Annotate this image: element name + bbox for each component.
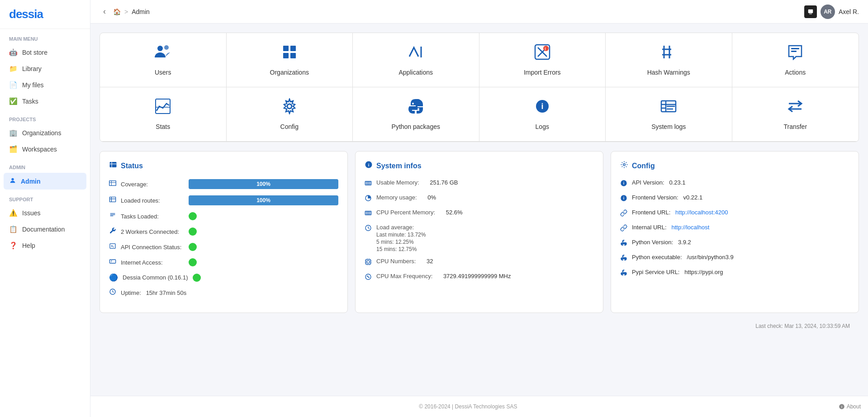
system-infos-icon: i: [365, 161, 373, 171]
svg-rect-6: [290, 46, 296, 51]
issues-icon: ⚠️: [9, 209, 18, 217]
my-files-icon: 📄: [9, 81, 18, 89]
documentation-icon: 📋: [9, 225, 18, 233]
card-stats-label: Stats: [156, 123, 170, 130]
sidebar-item-library[interactable]: 📁 Library: [0, 61, 90, 77]
svg-rect-42: [109, 197, 115, 202]
about-link[interactable]: i About: [839, 403, 861, 410]
card-import-errors[interactable]: ! Import Errors: [479, 33, 606, 87]
last-check: Last check: Mar 13, 2024, 10:33:59 AM: [100, 320, 859, 332]
svg-text:!: !: [545, 47, 546, 51]
card-stats[interactable]: Stats: [100, 87, 227, 142]
card-hash-warnings[interactable]: Hash Warnings: [606, 33, 732, 87]
tasks-loaded-icon: [109, 212, 116, 221]
card-organizations-label: Organizations: [270, 69, 309, 76]
logo-text: dessia: [9, 7, 43, 21]
loaded-routes-item: Loaded routes: 100%: [109, 195, 338, 205]
sidebar-item-admin[interactable]: Admin: [4, 173, 86, 190]
svg-text:i: i: [841, 405, 842, 408]
card-applications[interactable]: Applications: [353, 33, 479, 87]
internet-access-icon: [109, 258, 116, 267]
api-connection-icon: [109, 242, 116, 251]
card-python-packages[interactable]: Python packages: [353, 87, 479, 142]
panels-row: Status Coverage: 100%: [100, 151, 859, 313]
home-icon[interactable]: 🏠: [113, 8, 121, 15]
config-panel-title: Config: [620, 161, 849, 171]
svg-rect-2: [809, 14, 812, 14]
sidebar-item-help[interactable]: ❓ Help: [0, 237, 90, 254]
config-panel: Config i API Version: 0.23.1 i: [611, 151, 859, 313]
admin-cards: Users Organizations: [100, 33, 859, 142]
copyright: © 2016-2024 | DessiA Technologies SAS: [419, 403, 517, 410]
sidebar-item-my-files[interactable]: 📄 My files: [0, 77, 90, 93]
card-users-label: Users: [155, 69, 171, 76]
admin-icon: [9, 177, 16, 185]
svg-text:i: i: [623, 196, 624, 200]
card-applications-label: Applications: [399, 69, 433, 76]
user-info: AR Axel R.: [804, 5, 859, 19]
sidebar-item-label: Admin: [21, 178, 41, 185]
card-organizations[interactable]: Organizations: [227, 33, 353, 87]
card-actions-label: Actions: [785, 69, 806, 76]
dessia-common-icon: 🔵: [109, 273, 118, 282]
svg-point-13: [543, 46, 549, 51]
avatar: AR: [821, 5, 835, 19]
svg-text:i: i: [541, 102, 543, 111]
python-version-icon: [620, 239, 627, 248]
cards-row-2: Stats Config: [100, 87, 859, 142]
sidebar-item-workspaces[interactable]: 🗂️ Workspaces: [0, 141, 90, 157]
sidebar-item-documentation[interactable]: 📋 Documentation: [0, 221, 90, 237]
svg-rect-1: [808, 9, 813, 13]
main-menu-label: Main menu: [0, 29, 90, 44]
workers-icon: [109, 227, 116, 236]
python-packages-icon: [408, 98, 424, 118]
dessia-common-label: Dessia Common (0.16.1): [123, 274, 188, 281]
logs-icon: i: [534, 98, 550, 118]
library-icon: 📁: [9, 65, 18, 73]
usable-memory-item: Usable Memory: 251.76 GB: [365, 179, 594, 189]
svg-rect-70: [366, 260, 371, 265]
api-version-item: i API Version: 0.23.1: [620, 179, 849, 189]
sidebar-item-bot-store[interactable]: 🤖 Bot store: [0, 44, 90, 61]
back-button[interactable]: ‹: [100, 5, 109, 18]
api-connection-label: API Connection Status:: [121, 244, 184, 251]
applications-icon: [408, 44, 424, 64]
card-actions[interactable]: Actions: [732, 33, 859, 87]
api-connection-item: API Connection Status:: [109, 242, 338, 251]
status-panel-icon: [109, 161, 117, 171]
breadcrumb-sep: >: [124, 8, 128, 15]
import-errors-icon: !: [534, 44, 550, 64]
workers-item: 2 Workers Connected:: [109, 227, 338, 236]
tasks-loaded-item: Tasks Loaded:: [109, 212, 338, 221]
api-version-icon: i: [620, 180, 627, 189]
frontend-url-link[interactable]: http://localhost:4200: [675, 209, 728, 216]
sidebar-item-label: Tasks: [22, 98, 38, 105]
svg-rect-39: [109, 181, 116, 186]
dessia-common-dot: [193, 274, 201, 282]
svg-rect-71: [367, 261, 369, 263]
svg-rect-56: [365, 181, 371, 185]
api-connection-dot: [189, 243, 197, 251]
card-logs-label: Logs: [536, 123, 549, 130]
logo: dessia: [0, 0, 90, 29]
sidebar: dessia Main menu 🤖 Bot store 📁 Library 📄…: [0, 0, 90, 417]
card-transfer[interactable]: Transfer: [732, 87, 859, 142]
sidebar-item-label: Library: [22, 65, 42, 72]
internal-url-item: Internal URL: http://localhost: [620, 224, 849, 233]
sidebar-item-tasks[interactable]: ✅ Tasks: [0, 93, 90, 109]
card-system-logs[interactable]: System logs: [606, 87, 732, 142]
system-infos-panel: i System infos Usable Memory: 251.76 GB: [355, 151, 603, 313]
card-logs[interactable]: i Logs: [479, 87, 606, 142]
main-content: ‹ 🏠 > Admin AR Axel R.: [90, 0, 868, 417]
sidebar-item-organizations[interactable]: 🏢 Organizations: [0, 125, 90, 141]
internal-url-link[interactable]: http://localhost: [671, 224, 709, 231]
sidebar-item-issues[interactable]: ⚠️ Issues: [0, 205, 90, 221]
svg-rect-20: [791, 51, 797, 52]
card-users[interactable]: Users: [100, 33, 227, 87]
svg-rect-5: [283, 46, 289, 51]
workspaces-icon: 🗂️: [9, 145, 18, 153]
card-config[interactable]: Config: [227, 87, 353, 142]
status-panel: Status Coverage: 100%: [100, 151, 348, 313]
coverage-label: Coverage:: [121, 181, 184, 188]
cards-row-1: Users Organizations: [100, 33, 859, 87]
